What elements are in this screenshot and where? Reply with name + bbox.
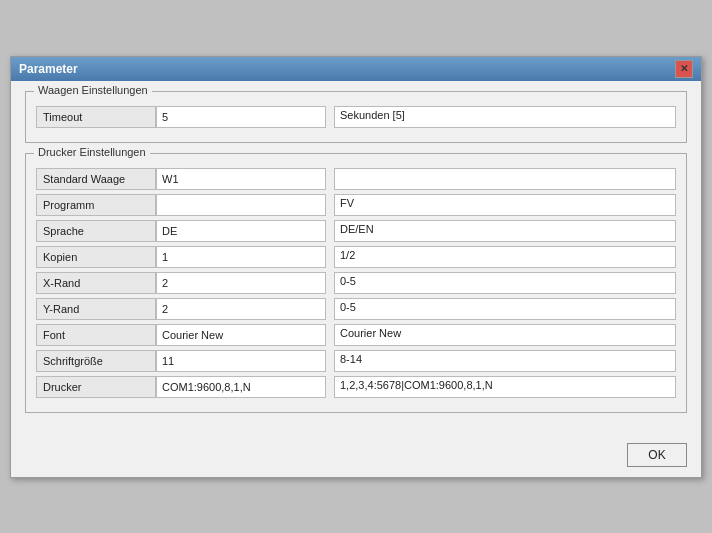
- xrand-label: X-Rand: [36, 272, 156, 294]
- xrand-input[interactable]: [156, 272, 326, 294]
- standard-waage-label: Standard Waage: [36, 168, 156, 190]
- waagen-legend: Waagen Einstellungen: [34, 84, 152, 96]
- title-bar: Parameter ✕: [11, 57, 701, 81]
- xrand-hint: 0-5: [334, 272, 676, 294]
- parameter-dialog: Parameter ✕ Waagen Einstellungen Timeout…: [10, 56, 702, 478]
- waagen-row-0: Timeout Sekunden [5]: [36, 106, 676, 128]
- programm-hint: FV: [334, 194, 676, 216]
- yrand-hint: 0-5: [334, 298, 676, 320]
- kopien-input[interactable]: [156, 246, 326, 268]
- drucker-legend: Drucker Einstellungen: [34, 146, 150, 158]
- drucker-row-2: Sprache DE/EN: [36, 220, 676, 242]
- font-input[interactable]: [156, 324, 326, 346]
- kopien-hint: 1/2: [334, 246, 676, 268]
- standard-waage-hint: [334, 168, 676, 190]
- drucker-row-4: X-Rand 0-5: [36, 272, 676, 294]
- dialog-footer: OK: [11, 437, 701, 477]
- drucker-label: Drucker: [36, 376, 156, 398]
- sprache-hint: DE/EN: [334, 220, 676, 242]
- programm-input[interactable]: [156, 194, 326, 216]
- yrand-input[interactable]: [156, 298, 326, 320]
- drucker-content: Standard Waage Programm FV Sprache DE/EN…: [36, 168, 676, 398]
- drucker-row-5: Y-Rand 0-5: [36, 298, 676, 320]
- waagen-content: Timeout Sekunden [5]: [36, 106, 676, 128]
- schriftgroesse-label: Schriftgröße: [36, 350, 156, 372]
- dialog-title: Parameter: [19, 62, 78, 76]
- schriftgroesse-hint: 8-14: [334, 350, 676, 372]
- drucker-row-0: Standard Waage: [36, 168, 676, 190]
- waagen-group: Waagen Einstellungen Timeout Sekunden [5…: [25, 91, 687, 143]
- drucker-row-1: Programm FV: [36, 194, 676, 216]
- sprache-label: Sprache: [36, 220, 156, 242]
- font-hint: Courier New: [334, 324, 676, 346]
- close-button[interactable]: ✕: [675, 60, 693, 78]
- ok-button[interactable]: OK: [627, 443, 687, 467]
- drucker-group: Drucker Einstellungen Standard Waage Pro…: [25, 153, 687, 413]
- timeout-label: Timeout: [36, 106, 156, 128]
- timeout-input[interactable]: [156, 106, 326, 128]
- drucker-input[interactable]: [156, 376, 326, 398]
- drucker-row-8: Drucker 1,2,3,4:5678|COM1:9600,8,1,N: [36, 376, 676, 398]
- programm-label: Programm: [36, 194, 156, 216]
- yrand-label: Y-Rand: [36, 298, 156, 320]
- timeout-hint: Sekunden [5]: [334, 106, 676, 128]
- font-label: Font: [36, 324, 156, 346]
- kopien-label: Kopien: [36, 246, 156, 268]
- schriftgroesse-input[interactable]: [156, 350, 326, 372]
- standard-waage-input[interactable]: [156, 168, 326, 190]
- drucker-row-3: Kopien 1/2: [36, 246, 676, 268]
- dialog-body: Waagen Einstellungen Timeout Sekunden [5…: [11, 81, 701, 437]
- sprache-input[interactable]: [156, 220, 326, 242]
- drucker-row-7: Schriftgröße 8-14: [36, 350, 676, 372]
- drucker-hint: 1,2,3,4:5678|COM1:9600,8,1,N: [334, 376, 676, 398]
- drucker-row-6: Font Courier New: [36, 324, 676, 346]
